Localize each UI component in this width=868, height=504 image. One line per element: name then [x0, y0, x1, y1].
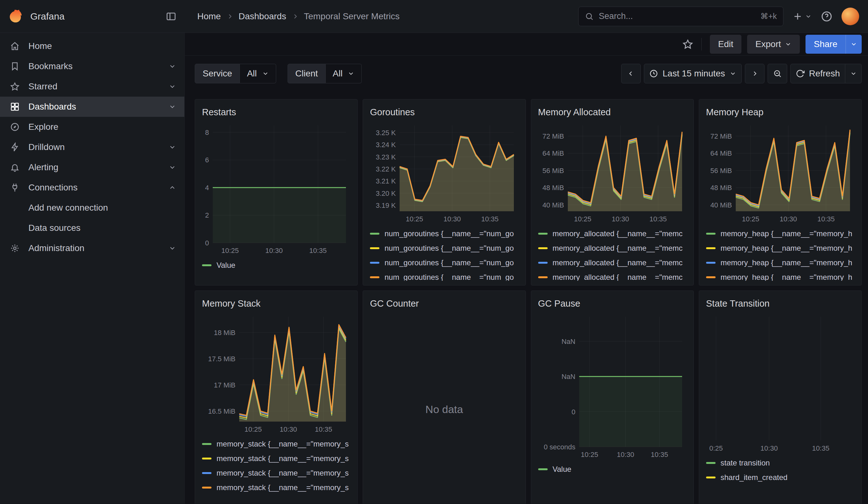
panel-legend: state transitionshard_item_created — [706, 456, 855, 504]
legend-item[interactable]: memory_stack {__name__="memory_s — [202, 437, 350, 451]
legend-item[interactable]: Value — [538, 462, 686, 476]
sidebar-item-label: Alerting — [28, 162, 59, 172]
panel-title[interactable]: Memory Allocated — [538, 104, 686, 120]
main-content: Edit Export Share Service — [185, 33, 868, 504]
help-button[interactable] — [821, 10, 833, 22]
share-button[interactable]: Share — [806, 35, 846, 54]
chevron-down-icon[interactable] — [168, 164, 176, 171]
panel-state-transition: State Transition 0:2510:3010:35 state tr… — [699, 290, 862, 504]
svg-text:10:35: 10:35 — [309, 247, 327, 255]
chevron-down-icon[interactable] — [168, 63, 176, 70]
legend-item[interactable]: memory_allocated {__name__="memc — [538, 226, 686, 241]
add-new-button[interactable] — [792, 11, 812, 22]
legend-item[interactable]: memory_stack {__name__="memory_s — [202, 451, 350, 466]
legend-item[interactable]: memory_allocated {__name__="memc — [538, 241, 686, 256]
sidebar-item-connections[interactable]: Connections — [0, 177, 184, 198]
home-icon — [10, 41, 20, 51]
svg-text:10:25: 10:25 — [581, 451, 598, 459]
edit-button[interactable]: Edit — [710, 35, 742, 54]
svg-text:10:30: 10:30 — [779, 215, 797, 223]
refresh-button[interactable]: Refresh — [790, 64, 845, 83]
chevron-down-icon[interactable] — [168, 143, 176, 151]
legend-swatch — [706, 462, 715, 464]
legend-item[interactable]: num_goroutines {__name__="num_go — [370, 256, 518, 270]
sidebar-item-label: Data sources — [28, 223, 81, 233]
legend-item[interactable]: memory_heap {__name__="memory_h — [706, 241, 855, 256]
breadcrumb-dashboards[interactable]: Dashboards — [239, 11, 286, 21]
sidebar-item-alerting[interactable]: Alerting — [0, 157, 184, 177]
legend-item[interactable]: shard_item_created — [706, 470, 855, 485]
legend-item[interactable]: memory_allocated {__name__="memc — [538, 256, 686, 270]
sidebar-item-explore[interactable]: Explore — [0, 117, 184, 137]
time-shift-back-button[interactable] — [621, 64, 641, 83]
chevron-down-icon[interactable] — [168, 245, 176, 252]
sidebar-toggle-button[interactable] — [166, 11, 176, 22]
legend-label: memory_allocated {__name__="memc — [553, 258, 683, 267]
favorite-star-button[interactable] — [682, 39, 693, 50]
chevron-down-icon — [262, 70, 269, 77]
client-filter-value[interactable]: All — [326, 64, 362, 83]
chevron-down-icon — [850, 41, 857, 48]
chevron-down-icon[interactable] — [168, 103, 176, 111]
legend-item[interactable]: memory_heap {__name__="memory_h — [706, 270, 855, 281]
panel-title[interactable]: GC Pause — [538, 295, 686, 312]
legend-label: memory_allocated {__name__="memc — [553, 244, 683, 253]
svg-text:3.25 K: 3.25 K — [376, 129, 396, 137]
no-data-message: No data — [370, 312, 518, 504]
share-button-group: Share — [806, 35, 862, 54]
share-menu-button[interactable] — [846, 35, 862, 54]
dashboards-grid-icon — [10, 102, 20, 112]
legend-item[interactable]: memory_heap {__name__="memory_h — [706, 226, 855, 241]
user-avatar[interactable] — [841, 8, 859, 25]
sidebar-item-administration[interactable]: Administration — [0, 238, 184, 258]
legend-item[interactable]: memory_stack {__name__="memory_s — [202, 480, 350, 495]
chevron-down-icon[interactable] — [168, 83, 176, 90]
svg-text:18 MiB: 18 MiB — [214, 329, 236, 337]
breadcrumb: Home Dashboards Temporal Server Metrics — [197, 11, 400, 21]
legend-item[interactable]: num_goroutines {__name__="num_go — [370, 241, 518, 256]
sidebar-item-add-new-connection[interactable]: Add new connection — [0, 198, 184, 218]
panel-gc-pause: GC Pause NaNNaN00 seconds10:2510:3010:35… — [531, 290, 694, 504]
export-button[interactable]: Export — [747, 35, 800, 54]
sidebar-item-dashboards[interactable]: Dashboards — [0, 96, 184, 117]
svg-text:10:30: 10:30 — [280, 425, 297, 433]
panel-title[interactable]: Memory Heap — [706, 104, 855, 120]
sidebar-item-home[interactable]: Home — [0, 36, 184, 56]
search-input[interactable] — [599, 11, 755, 21]
refresh-interval-button[interactable] — [845, 64, 862, 83]
panel-gc-counter: GC Counter No data — [363, 290, 526, 504]
search-box[interactable]: ⌘+k — [578, 7, 783, 26]
bell-icon — [10, 163, 20, 172]
refresh-icon — [796, 69, 805, 78]
time-shift-forward-button[interactable] — [745, 64, 764, 83]
panel-title[interactable]: Memory Stack — [202, 295, 350, 312]
legend-item[interactable]: num_goroutines {__name__="num_go — [370, 226, 518, 241]
panel-title[interactable]: GC Counter — [370, 295, 518, 312]
top-bar-right: ⌘+k — [578, 7, 859, 26]
panel-title[interactable]: Goroutines — [370, 104, 518, 120]
legend-item[interactable]: memory_allocated {__name__="memc — [538, 270, 686, 281]
sidebar-item-starred[interactable]: Starred — [0, 76, 184, 96]
legend-item[interactable]: memory_heap {__name__="memory_h — [706, 256, 855, 270]
legend-item[interactable]: state transition — [706, 456, 855, 470]
gear-icon — [10, 244, 20, 253]
svg-text:72 MiB: 72 MiB — [542, 132, 564, 140]
legend-label: memory_heap {__name__="memory_h — [721, 244, 852, 253]
breadcrumb-home[interactable]: Home — [197, 11, 221, 21]
sidebar-item-drilldown[interactable]: Drilldown — [0, 137, 184, 157]
svg-text:64 MiB: 64 MiB — [542, 150, 564, 157]
chevron-up-icon[interactable] — [168, 184, 176, 192]
chevron-down-icon — [805, 13, 812, 20]
legend-item[interactable]: num_goroutines {__name__="num_go — [370, 270, 518, 281]
panel-title[interactable]: Restarts — [202, 104, 350, 120]
zoom-out-button[interactable] — [768, 64, 787, 83]
panel-title[interactable]: State Transition — [706, 295, 855, 312]
legend-item[interactable]: memory_stack {__name__="memory_s — [202, 466, 350, 480]
legend-item[interactable]: Value — [202, 258, 350, 272]
sidebar-item-data-sources[interactable]: Data sources — [0, 218, 184, 238]
service-filter-value[interactable]: All — [240, 64, 276, 83]
legend-swatch — [538, 233, 548, 235]
time-range-picker[interactable]: Last 15 minutes — [644, 64, 742, 83]
sidebar-item-label: Administration — [28, 243, 84, 253]
sidebar-item-bookmarks[interactable]: Bookmarks — [0, 56, 184, 76]
